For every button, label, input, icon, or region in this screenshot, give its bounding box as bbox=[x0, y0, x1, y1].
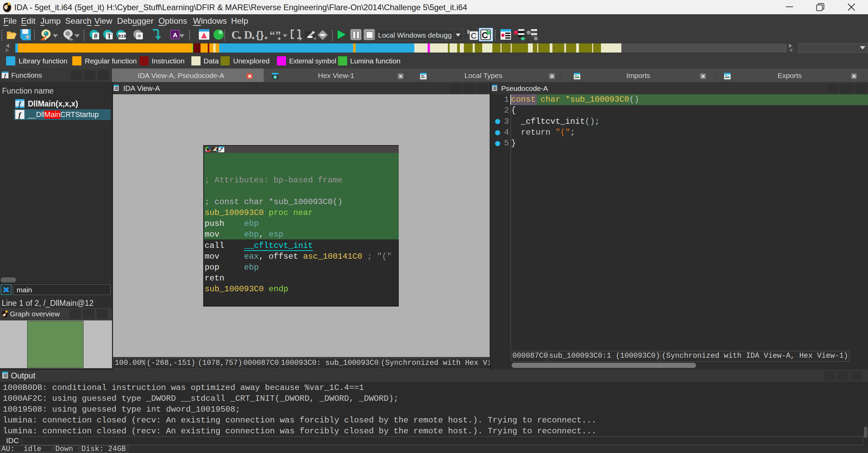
svg-text:{}: {} bbox=[256, 29, 264, 40]
svg-text:C: C bbox=[231, 29, 240, 41]
svg-text:#: # bbox=[94, 32, 97, 40]
svg-text:010: 010 bbox=[118, 34, 126, 39]
svg-text:T: T bbox=[107, 32, 112, 40]
svg-text:A: A bbox=[173, 32, 177, 39]
svg-text:D: D bbox=[244, 29, 252, 41]
svg-text:C: C bbox=[471, 31, 476, 40]
